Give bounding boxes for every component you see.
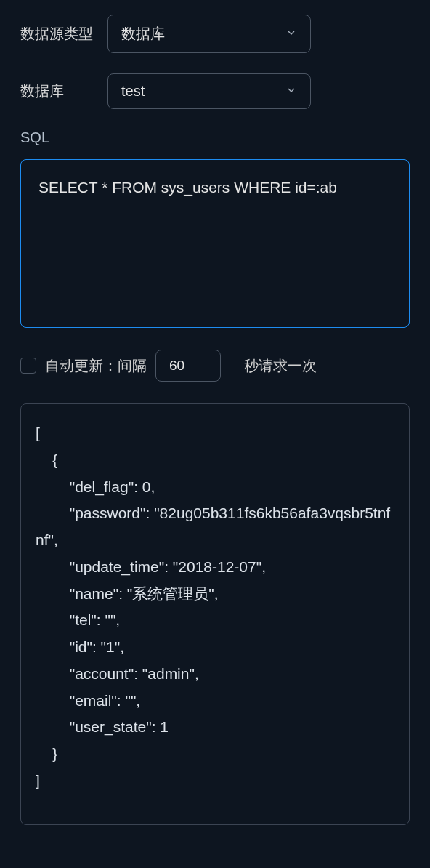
datasource-type-label: 数据源类型 bbox=[20, 24, 108, 44]
auto-refresh-label-suffix: 秒请求一次 bbox=[244, 356, 317, 376]
sql-label: SQL bbox=[20, 129, 410, 146]
sql-editor[interactable]: SELECT * FROM sys_users WHERE id=:ab bbox=[20, 159, 410, 328]
database-select[interactable]: test bbox=[108, 73, 311, 109]
interval-input[interactable] bbox=[155, 350, 221, 382]
chevron-down-icon bbox=[285, 83, 297, 100]
datasource-type-select[interactable]: 数据库 bbox=[108, 15, 311, 53]
datasource-type-value: 数据库 bbox=[121, 24, 165, 44]
database-label: 数据库 bbox=[20, 81, 108, 101]
chevron-down-icon bbox=[285, 25, 297, 42]
auto-refresh-checkbox[interactable] bbox=[20, 358, 36, 374]
result-output: [ { "del_flag": 0, "password": "82ug05b3… bbox=[20, 403, 410, 825]
auto-refresh-label-prefix: 自动更新：间隔 bbox=[45, 356, 147, 376]
database-value: test bbox=[121, 83, 145, 100]
